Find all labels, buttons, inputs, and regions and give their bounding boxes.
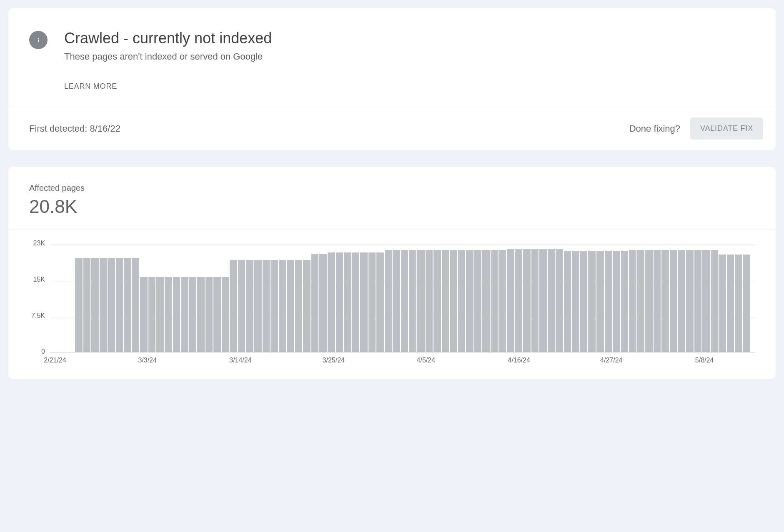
chart-bar[interactable] xyxy=(124,258,131,352)
chart-bar[interactable] xyxy=(181,277,188,352)
chart-bar[interactable] xyxy=(711,250,718,352)
chart-bar[interactable] xyxy=(100,258,107,352)
chart-bar[interactable] xyxy=(678,250,685,352)
chart-bar[interactable] xyxy=(254,260,262,352)
issue-subtitle: These pages aren't indexed or served on … xyxy=(64,51,272,62)
chart-bar[interactable] xyxy=(344,252,351,352)
chart-bar[interactable] xyxy=(263,260,270,352)
issue-card: Crawled - currently not indexed These pa… xyxy=(8,8,776,150)
chart-bar[interactable] xyxy=(426,250,433,352)
chart-bar[interactable] xyxy=(295,260,303,352)
chart-bar[interactable] xyxy=(148,277,156,352)
chart-bar[interactable] xyxy=(491,250,498,352)
first-detected: First detected: 8/16/22 xyxy=(29,123,120,134)
chart-bar[interactable] xyxy=(303,260,311,352)
chart-bar[interactable] xyxy=(572,251,579,352)
x-tick-label: 2/21/24 xyxy=(44,357,66,364)
chart-bar[interactable] xyxy=(116,258,123,352)
chart-bar[interactable] xyxy=(311,254,319,352)
chart-bar[interactable] xyxy=(165,277,172,352)
chart-bar[interactable] xyxy=(548,249,555,352)
chart-bar[interactable] xyxy=(507,249,514,352)
chart-bar[interactable] xyxy=(75,258,83,352)
chart-bar[interactable] xyxy=(238,260,245,352)
metric-block: Affected pages 20.8K xyxy=(8,183,776,230)
chart-bar[interactable] xyxy=(605,251,612,352)
chart-bar[interactable] xyxy=(654,250,661,352)
x-tick-label: 3/25/24 xyxy=(323,357,345,364)
chart-bar[interactable] xyxy=(442,250,449,352)
chart-bar[interactable] xyxy=(108,258,115,352)
chart-bar[interactable] xyxy=(719,255,726,352)
chart-bar[interactable] xyxy=(564,251,571,352)
chart-bar[interactable] xyxy=(328,252,335,352)
chart-bar[interactable] xyxy=(661,250,669,352)
chart-bar[interactable] xyxy=(482,250,490,352)
chart-bar[interactable] xyxy=(246,260,253,352)
chart-bar[interactable] xyxy=(498,250,506,352)
chart-bar[interactable] xyxy=(385,250,392,352)
chart-bar[interactable] xyxy=(596,251,604,352)
chart-bar[interactable] xyxy=(336,252,343,352)
chart-bar[interactable] xyxy=(189,277,197,352)
chart-bar[interactable] xyxy=(670,250,677,352)
chart-bar[interactable] xyxy=(580,251,588,352)
chart-plot[interactable] xyxy=(50,244,755,352)
chart-bar[interactable] xyxy=(205,277,213,352)
chart-bar[interactable] xyxy=(279,260,286,352)
chart-bar[interactable] xyxy=(450,250,457,352)
chart-bar[interactable] xyxy=(222,277,229,352)
chart-bar[interactable] xyxy=(702,250,710,352)
chart-bar[interactable] xyxy=(156,277,164,352)
chart-bar[interactable] xyxy=(173,277,180,352)
chart-bar[interactable] xyxy=(376,252,384,352)
chart-bar[interactable] xyxy=(515,249,523,352)
chart-bar[interactable] xyxy=(409,250,416,352)
issue-text-block: Crawled - currently not indexed These pa… xyxy=(64,29,272,94)
chart-bar[interactable] xyxy=(539,249,547,352)
chart-bars xyxy=(50,244,755,352)
chart-bar[interactable] xyxy=(466,250,473,352)
chart-bar[interactable] xyxy=(140,277,148,352)
validate-fix-button[interactable]: VALIDATE FIX xyxy=(690,117,763,140)
chart-bar[interactable] xyxy=(83,258,91,352)
chart-bar[interactable] xyxy=(629,250,636,352)
chart-bar[interactable] xyxy=(686,250,694,352)
chart-bar[interactable] xyxy=(621,251,629,352)
chart-bar[interactable] xyxy=(694,250,702,352)
chart-bar[interactable] xyxy=(523,249,531,352)
chart-bar[interactable] xyxy=(613,251,620,352)
x-tick-label: 4/27/24 xyxy=(600,357,622,364)
chart-bar[interactable] xyxy=(132,258,140,352)
chart-bar[interactable] xyxy=(531,249,539,352)
chart-bar[interactable] xyxy=(287,260,294,352)
chart-bar[interactable] xyxy=(368,252,376,352)
chart-bar[interactable] xyxy=(230,260,237,352)
chart-bar[interactable] xyxy=(271,260,278,352)
info-icon xyxy=(29,31,48,49)
chart-bar[interactable] xyxy=(360,252,368,352)
chart-card: Affected pages 20.8K 23K15K7.5K0 2/21/24… xyxy=(8,167,776,379)
learn-more-link[interactable]: LEARN MORE xyxy=(64,79,117,94)
chart-wrap: 23K15K7.5K0 2/21/243/3/243/14/243/25/244… xyxy=(8,230,776,367)
chart-bar[interactable] xyxy=(352,252,360,352)
chart-bar[interactable] xyxy=(727,255,734,352)
chart-bar[interactable] xyxy=(417,250,425,352)
chart-bar[interactable] xyxy=(197,277,205,352)
chart-bar[interactable] xyxy=(645,250,653,352)
chart-bar[interactable] xyxy=(556,249,563,352)
chart-bar[interactable] xyxy=(393,250,400,352)
chart-bar[interactable] xyxy=(458,250,466,352)
x-tick-label: 4/5/24 xyxy=(417,357,435,364)
x-axis: 2/21/243/3/243/14/243/25/244/5/244/16/24… xyxy=(55,357,755,367)
chart-bar[interactable] xyxy=(474,250,482,352)
chart-bar[interactable] xyxy=(401,250,408,352)
chart-bar[interactable] xyxy=(637,250,645,352)
chart-bar[interactable] xyxy=(319,254,327,352)
chart-bar[interactable] xyxy=(213,277,221,352)
chart-bar[interactable] xyxy=(743,255,751,352)
chart-bar[interactable] xyxy=(735,255,742,352)
chart-bar[interactable] xyxy=(91,258,99,352)
chart-bar[interactable] xyxy=(588,251,596,352)
chart-bar[interactable] xyxy=(433,250,441,352)
